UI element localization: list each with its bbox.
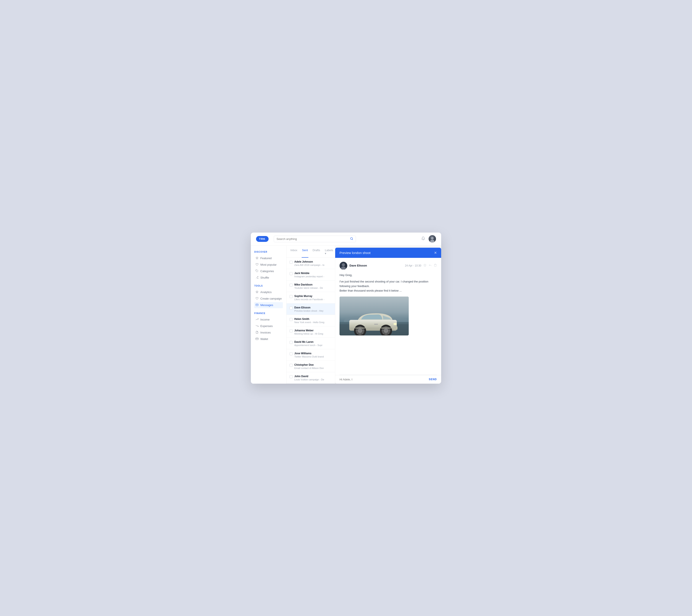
- mail-preview: Youtube latest release - De: [294, 287, 332, 289]
- star-icon: [255, 257, 259, 260]
- email-attachment-image: [340, 296, 409, 335]
- search-input-wrap[interactable]: [274, 236, 356, 242]
- mail-item[interactable]: Adele Johnson Zara AW 2018 campaign - lo: [286, 258, 335, 269]
- reply-input[interactable]: [340, 378, 426, 381]
- sidebar-item-wallet[interactable]: Wallet: [254, 336, 283, 342]
- sender-avatar: [340, 262, 347, 269]
- discover-label: DISCOVER: [254, 251, 283, 253]
- svg-line-7: [257, 278, 258, 279]
- avatar[interactable]: [429, 235, 436, 243]
- mail-sender: Helen Smith: [294, 317, 332, 321]
- search-bar: [274, 236, 356, 242]
- mail-item-content: Jose Williams Twitter Massimo Dutti bran…: [294, 352, 332, 358]
- mail-sender: Jack Nimble: [294, 272, 332, 275]
- sidebar-item-categories-label: Categories: [260, 269, 274, 273]
- mail-item-content: Dave Elisson Preview london shoot - Hey: [294, 306, 332, 312]
- sidebar-item-messages[interactable]: Messages: [254, 302, 283, 308]
- bell-icon[interactable]: [421, 237, 425, 241]
- search-input[interactable]: [277, 237, 349, 241]
- search-icon: [350, 237, 353, 241]
- mail-preview: New York event - Hello Greg: [294, 321, 332, 324]
- sidebar-item-shuffle-label: Shuffle: [260, 276, 269, 279]
- mail-item[interactable]: Jose Williams Twitter Massimo Dutti bran…: [286, 349, 335, 361]
- tools-section: TOOLS Analytics Create campaign: [254, 285, 283, 308]
- email-body-line1: Hey Greg,: [340, 273, 437, 278]
- mail-item[interactable]: David Mc Laren Appointement lunch - Supr: [286, 338, 335, 349]
- sidebar-item-messages-label: Messages: [260, 304, 273, 307]
- tab-inbox[interactable]: Inbox: [290, 245, 298, 258]
- sidebar-item-invoices[interactable]: Invoices: [254, 330, 283, 336]
- delete-action-icon[interactable]: [434, 264, 437, 267]
- mail-tabs: Inbox Sent Drafts Labels ▾: [286, 245, 335, 258]
- messages-icon: [255, 304, 259, 307]
- mail-checkbox[interactable]: [289, 272, 293, 275]
- mail-preview: Instagram yesterday report -: [294, 275, 332, 278]
- email-date: 24 Apr - 10:30: [405, 264, 421, 267]
- sidebar-item-featured-label: Featured: [260, 257, 272, 260]
- tab-drafts[interactable]: Drafts: [312, 245, 321, 258]
- email-body-line3: Better than thousand words please find i…: [340, 289, 437, 293]
- tab-labels[interactable]: Labels ▾: [324, 245, 333, 258]
- email-meta-right: 24 Apr - 10:30: [405, 264, 437, 267]
- mail-item[interactable]: Johanna Weber Meeting follow up - Hi Gre…: [286, 326, 335, 338]
- mail-checkbox[interactable]: [289, 261, 293, 264]
- sidebar-item-create-campaign-label: Create campaign: [260, 297, 282, 300]
- send-button[interactable]: SEND: [429, 378, 437, 381]
- preview-header: Preview london shoot ✕: [335, 248, 441, 258]
- app-window: TRK: [251, 233, 441, 384]
- mail-item-content: Johanna Weber Meeting follow up - Hi Gre…: [294, 329, 332, 335]
- sidebar-item-expenses[interactable]: Expenses: [254, 323, 283, 329]
- svg-marker-4: [256, 257, 258, 259]
- discover-section: DISCOVER Featured Most popular: [254, 251, 283, 281]
- mail-item[interactable]: Jack Nimble Instagram yesterday report -: [286, 269, 335, 281]
- close-button[interactable]: ✕: [434, 251, 437, 255]
- sidebar-item-invoices-label: Invoices: [260, 331, 271, 334]
- preview-body: Dave Elisson 24 Apr - 10:30: [335, 258, 441, 375]
- mail-item[interactable]: Helen Smith New York event - Hello Greg: [286, 315, 335, 326]
- mail-item-content: Chistopher Doe Email contact of Allison …: [294, 363, 332, 369]
- mail-checkbox[interactable]: [289, 375, 293, 378]
- star-action-icon[interactable]: [424, 264, 427, 267]
- sidebar-item-wallet-label: Wallet: [260, 337, 268, 340]
- sidebar-item-income[interactable]: Income: [254, 317, 283, 323]
- heart-icon: [255, 263, 259, 266]
- wallet-icon: [255, 337, 259, 341]
- mail-sender: Chistopher Doe: [294, 363, 332, 366]
- sidebar-item-analytics[interactable]: Analytics: [254, 289, 283, 295]
- sidebar-item-create-campaign[interactable]: Create campaign: [254, 296, 283, 302]
- sidebar-item-categories[interactable]: Categories: [254, 268, 283, 274]
- svg-marker-13: [424, 264, 426, 266]
- tools-label: TOOLS: [254, 285, 283, 287]
- mail-checkbox[interactable]: [289, 329, 293, 332]
- svg-point-2: [431, 237, 434, 240]
- mail-checkbox[interactable]: [289, 295, 293, 298]
- mail-item[interactable]: Dave Elisson Preview london shoot - Hey: [286, 304, 335, 315]
- mail-item[interactable]: Mike Davidson Youtube latest release - D…: [286, 281, 335, 292]
- svg-marker-8: [256, 291, 258, 293]
- mail-preview: Twitter Massimo Dutti brand: [294, 355, 332, 358]
- mail-checkbox[interactable]: [289, 341, 293, 344]
- preview-footer: SEND: [335, 375, 441, 384]
- finance-section: FINANCE Income Expenses: [254, 312, 283, 342]
- mail-sender: John David: [294, 375, 332, 378]
- mail-checkbox[interactable]: [289, 352, 293, 355]
- mail-checkbox[interactable]: [289, 364, 293, 367]
- sidebar-item-shuffle[interactable]: Shuffle: [254, 275, 283, 281]
- mail-sender: David Mc Laren: [294, 340, 332, 344]
- email-meta: Dave Elisson 24 Apr - 10:30: [340, 262, 437, 269]
- mail-item[interactable]: John David Louis Vuitton campaign - De: [286, 372, 335, 384]
- sidebar-item-expenses-label: Expenses: [260, 325, 273, 328]
- mail-item[interactable]: Chistopher Doe Email contact of Allison …: [286, 361, 335, 372]
- mail-item-content: Adele Johnson Zara AW 2018 campaign - lo: [294, 260, 332, 266]
- sidebar-item-featured[interactable]: Featured: [254, 255, 283, 261]
- mail-list-panel: Inbox Sent Drafts Labels ▾ Adele Johnson…: [286, 245, 335, 384]
- analytics-icon: [255, 290, 259, 294]
- mail-checkbox[interactable]: [289, 318, 293, 321]
- tab-sent[interactable]: Sent: [302, 245, 308, 258]
- mail-checkbox[interactable]: [289, 284, 293, 287]
- mail-checkbox[interactable]: [289, 307, 293, 309]
- campaign-icon: [255, 297, 259, 301]
- sidebar-item-mostpopular[interactable]: Most popular: [254, 262, 283, 268]
- reply-action-icon[interactable]: [429, 264, 432, 267]
- mail-item[interactable]: Sophie Murray Likes records on Facebook …: [286, 292, 335, 304]
